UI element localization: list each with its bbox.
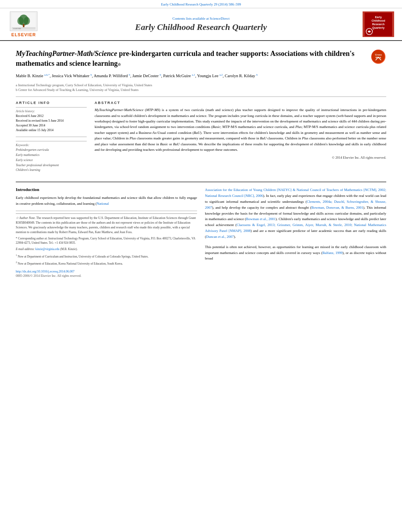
top-banner: ELSEVIER ELSEVIER Contents lists availab… [0,8,402,41]
bowman-link[interactable]: Bowman, Donovan, & Burns, 2001 [311,206,363,209]
main-content: MyTeachingPartner-Math/Science pre-kinde… [0,41,402,282]
national-link[interactable]: National [97,202,109,206]
elsevier-label: ELSEVIER [11,32,36,37]
intro-right-para2: This potential is often not achieved, ho… [205,244,386,262]
keyword-4: Teacher professional development [16,163,87,168]
affiliation-a: a Instructional Technology program, Curr… [16,83,386,88]
svg-point-2 [17,17,24,25]
intro-right-text: Association for the Education of Young C… [205,187,386,240]
abstract-mtp-ms-title: MyTeachingPartner-Math/Science [95,108,143,112]
intro-left-column: Introduction Early childhood experiences… [16,187,197,278]
article-info-header: ARTICLE INFO [16,101,87,105]
keyword-5: Children's learning [16,168,87,173]
article-star: ☆ [117,62,121,67]
issn-notice: 0885-2006/© 2014 Elsevier Inc. All right… [16,274,197,278]
svg-text:Research: Research [372,23,385,26]
intro-left-text: Early childhood experiences help develop… [16,195,197,207]
doi-link[interactable]: http://dx.doi.org/10.1016/j.ecresq.2014.… [16,270,197,273]
footnote-1: 1 Now at Department of Curriculum and In… [16,253,197,259]
author-note: ☆ Author Note. The research reported her… [16,213,197,235]
online-date: Available online 15 July 2014 [16,128,87,133]
footnote-2: 2 Now at Department of Education, Korea … [16,260,197,266]
abstract-section: ABSTRACT MyTeachingPartner-Math/Science … [95,101,386,176]
email-note: E-mail address: kinzie@virginia.edu (M.B… [16,247,197,252]
claessens-link[interactable]: Claessens & Engel, 2013; Grissmer, Grimm… [205,223,386,233]
svg-text:Childhood: Childhood [372,19,385,22]
introduction-columns: Introduction Early childhood experiences… [16,187,386,278]
balfanz-link[interactable]: Balfanz, 1999 [322,251,342,255]
svg-text:Quarterly: Quarterly [372,26,384,30]
journal-citation: Early Childhood Research Quarterly 29 (2… [161,2,241,6]
affiliation-b: b Center for Advanced Study of Teaching … [16,87,386,93]
introduction-section: Introduction Early childhood experiences… [16,182,386,278]
science-direct-line: Contents lists available at ScienceDirec… [39,17,363,20]
revised-date: Received in revised form 5 June 2014 [16,119,87,123]
duncan-link[interactable]: Duncan et al., 2007 [206,235,234,239]
svg-point-3 [24,17,30,25]
history-block: Article history: Received 6 June 2012 Re… [16,107,87,133]
article-title-section: MyTeachingPartner-Math/Science pre-kinde… [16,49,386,69]
svg-text:Early: Early [375,16,382,19]
introduction-heading: Introduction [16,187,197,192]
authors-line: Mable B. Kinzie a,b,*, Jessica Vick Whit… [16,72,386,79]
journal-header: Early Childhood Research Quarterly 29 (2… [0,0,402,8]
article-title-italic: MyTeachingPartner-Math/Science [16,50,117,57]
divider-1 [16,96,386,97]
article-title: MyTeachingPartner-Math/Science pre-kinde… [16,49,370,69]
email-link[interactable]: kinzie@virginia.edu [35,247,60,251]
journal-title: Early Childhood Research Quarterly [39,22,363,32]
elsevier-logo: ELSEVIER ELSEVIER [8,11,39,37]
divider-keywords [16,137,87,137]
crossmark-badge[interactable]: Cross Mark [370,49,386,65]
keyword-3: Early science [16,158,87,163]
science-direct-link-text[interactable]: ScienceDirect [210,17,229,20]
elsevier-logo-image: ELSEVIER [10,11,37,31]
copyright-notice: © 2014 Elsevier Inc. All rights reserved… [95,156,386,159]
svg-text:ELSEVIER: ELSEVIER [13,28,21,30]
svg-rect-4 [23,24,24,27]
svg-text:Cross: Cross [375,54,382,56]
keywords-block: Keywords: Prekindergarten curricula Earl… [16,141,87,173]
bowman-et-al-link[interactable]: Bowman et al., 2001 [246,217,275,221]
authors-text: Mable B. Kinzie a,b,*, Jessica Vick Whit… [16,74,258,78]
keywords-label: Keywords: [16,143,87,147]
keyword-2: Early mathematics [16,153,87,158]
article-info-column: ARTICLE INFO Article history: Received 6… [16,101,87,176]
corresponding-author-note: * Corresponding author at: Instructional… [16,236,197,245]
banner-center: Contents lists available at ScienceDirec… [39,17,363,32]
abstract-text: MyTeachingPartner-Math/Science (MTP-MS) … [95,107,386,152]
history-label: Article history: [16,109,87,113]
affiliations: a Instructional Technology program, Curr… [16,83,386,93]
info-abstract-columns: ARTICLE INFO Article history: Received 6… [16,101,386,176]
crossmark-icon: Cross Mark [371,50,385,64]
footnotes-section: ☆ Author Note. The research reported her… [16,211,197,266]
intro-right-column: Association for the Education of Young C… [205,187,386,278]
received-date: Received 6 June 2012 [16,114,87,119]
abstract-header: ABSTRACT [95,101,386,105]
journal-logo-right: Early Childhood Research Quarterly [363,11,394,37]
keyword-1: Prekindergarten curricula [16,148,87,153]
naeyc-link[interactable]: Association for the Education of Young C… [205,188,386,198]
keywords-list: Prekindergarten curricula Early mathemat… [16,148,87,173]
accepted-date: Accepted 30 June 2014 [16,123,87,128]
